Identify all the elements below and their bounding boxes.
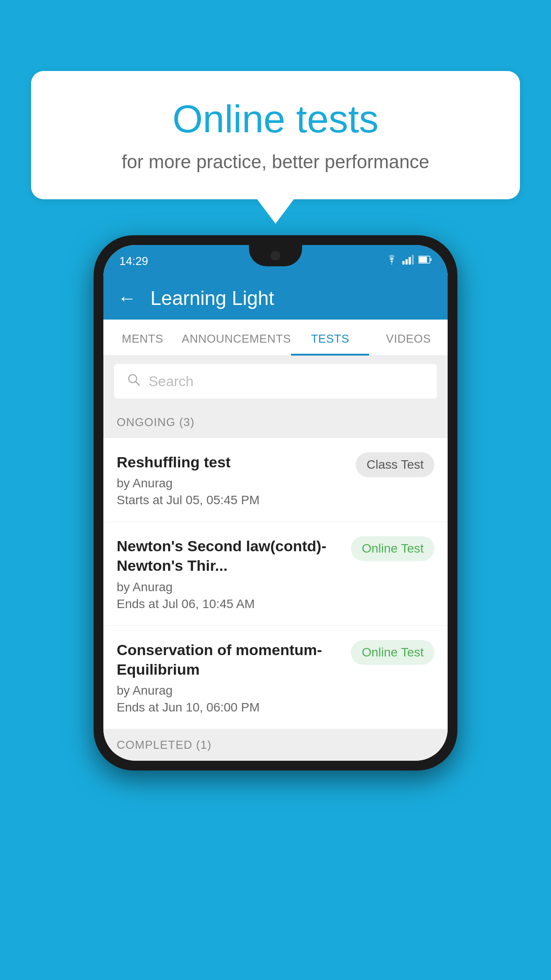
test-name: Conservation of momentum-Equilibrium bbox=[117, 640, 342, 679]
notch bbox=[249, 245, 302, 266]
svg-rect-3 bbox=[412, 255, 414, 265]
test-info: Newton's Second law(contd)-Newton's Thir… bbox=[117, 536, 351, 611]
svg-rect-0 bbox=[402, 261, 405, 265]
test-info: Reshuffling test by Anurag Starts at Jul… bbox=[117, 452, 356, 507]
test-by: by Anurag bbox=[117, 476, 347, 490]
bubble-title: Online tests bbox=[67, 98, 484, 141]
battery-icon bbox=[418, 255, 432, 267]
app-bar: ← Learning Light bbox=[103, 277, 448, 320]
speech-bubble-container: Online tests for more practice, better p… bbox=[31, 71, 520, 199]
test-item[interactable]: Conservation of momentum-Equilibrium by … bbox=[103, 626, 448, 729]
app-title: Learning Light bbox=[150, 287, 274, 309]
status-icons bbox=[386, 255, 432, 267]
status-bar: 14:29 bbox=[103, 245, 448, 277]
tab-ments[interactable]: MENTS bbox=[103, 320, 182, 356]
wifi-icon bbox=[386, 255, 398, 267]
svg-line-8 bbox=[136, 382, 139, 385]
tab-tests[interactable]: TESTS bbox=[291, 320, 370, 356]
test-badge: Online Test bbox=[351, 640, 434, 665]
bubble-subtitle: for more practice, better performance bbox=[67, 151, 484, 173]
back-button[interactable]: ← bbox=[118, 289, 136, 308]
signal-icon bbox=[402, 255, 414, 267]
test-badge: Class Test bbox=[356, 452, 434, 477]
test-time: Starts at Jul 05, 05:45 PM bbox=[117, 493, 347, 507]
test-name: Reshuffling test bbox=[117, 452, 347, 472]
svg-rect-5 bbox=[419, 257, 427, 263]
phone-outer: 14:29 bbox=[94, 235, 457, 771]
tab-videos[interactable]: VIDEOS bbox=[369, 320, 448, 356]
svg-rect-2 bbox=[409, 257, 411, 265]
svg-rect-6 bbox=[430, 258, 432, 261]
speech-bubble: Online tests for more practice, better p… bbox=[31, 71, 520, 199]
test-item[interactable]: Reshuffling test by Anurag Starts at Jul… bbox=[103, 438, 448, 522]
test-time: Ends at Jul 06, 10:45 AM bbox=[117, 597, 342, 611]
search-box[interactable]: Search bbox=[114, 364, 437, 399]
completed-label: COMPLETED (1) bbox=[117, 738, 212, 751]
ongoing-label: ONGOING (3) bbox=[117, 415, 195, 429]
search-icon bbox=[126, 372, 141, 391]
search-placeholder: Search bbox=[149, 373, 193, 390]
tests-list: Reshuffling test by Anurag Starts at Jul… bbox=[103, 438, 448, 729]
camera bbox=[271, 251, 280, 261]
test-name: Newton's Second law(contd)-Newton's Thir… bbox=[117, 536, 342, 575]
search-container: Search bbox=[103, 356, 448, 407]
test-by: by Anurag bbox=[117, 580, 342, 594]
ongoing-section-header: ONGOING (3) bbox=[103, 407, 448, 438]
phone-screen: 14:29 bbox=[103, 245, 448, 761]
phone-wrapper: 14:29 bbox=[94, 235, 457, 771]
status-time: 14:29 bbox=[119, 254, 148, 268]
test-info: Conservation of momentum-Equilibrium by … bbox=[117, 640, 351, 715]
tabs-bar: MENTS ANNOUNCEMENTS TESTS VIDEOS bbox=[103, 320, 448, 356]
test-by: by Anurag bbox=[117, 684, 342, 698]
svg-rect-1 bbox=[405, 259, 408, 265]
test-item[interactable]: Newton's Second law(contd)-Newton's Thir… bbox=[103, 522, 448, 625]
test-badge: Online Test bbox=[351, 536, 434, 561]
test-time: Ends at Jun 10, 06:00 PM bbox=[117, 700, 342, 715]
tab-announcements[interactable]: ANNOUNCEMENTS bbox=[182, 320, 291, 356]
completed-section-header: COMPLETED (1) bbox=[103, 729, 448, 761]
